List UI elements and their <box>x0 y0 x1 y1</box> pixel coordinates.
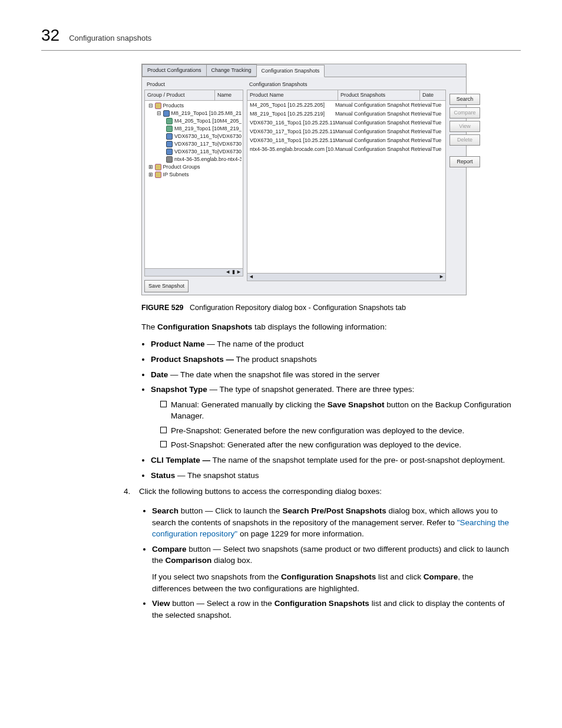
tree-item[interactable]: VDX6730_116_To|VDX6730_116_ <box>166 133 242 139</box>
list-item: Compare button — Select two snapshots (s… <box>152 543 513 594</box>
section-title: Configuration snapshots <box>69 33 151 44</box>
tree-item[interactable]: M8_219_Topo1 [10M8_219_Topo1 <box>166 126 242 131</box>
tree-item[interactable]: VDX6730_118_To|VDX6730_118_ <box>166 149 242 154</box>
snapshot-type-list: Manual: Generated manually by clicking t… <box>151 399 513 451</box>
tree-ip-subnets[interactable]: ⊞ IP Subnets <box>148 172 189 177</box>
list-item: Date — The date when the snapshot file w… <box>151 369 513 381</box>
tree-product-groups[interactable]: ⊞ Product Groups <box>148 164 200 170</box>
field-list: Product Name — The name of the product P… <box>141 338 513 481</box>
figure-caption-text: Configuration Repository dialog box - Co… <box>190 304 406 312</box>
col-product-snapshots[interactable]: Product Snapshots <box>338 90 420 100</box>
intro-paragraph: The Configuration Snapshots tab displays… <box>141 321 513 333</box>
page-header: 32 Configuration snapshots <box>41 24 521 51</box>
tree-host[interactable]: ⊟ M8_219_Topo1 [10.25.M8_219_Topo1 <box>157 110 242 116</box>
device-icon <box>166 149 173 155</box>
right-column-header: Product Name Product Snapshots Date <box>247 90 446 101</box>
tab-configuration-snapshots[interactable]: Configuration Snapshots <box>256 65 325 77</box>
left-scrollbar[interactable]: ◄ ▮ ► <box>144 269 243 276</box>
table-row[interactable]: ntx4-36-35.englab.brocade.com [10.24.36.… <box>247 145 445 154</box>
page-number: 32 <box>41 24 59 48</box>
list-item: Snapshot Type — The type of snapshot gen… <box>151 384 513 451</box>
folder-icon <box>155 172 161 178</box>
folder-icon <box>155 164 161 170</box>
product-tree[interactable]: ⊟ Products ⊟ M8_219_Topo1 [10.25.M8_219_… <box>144 101 243 269</box>
figure-caption: FIGURE 529 Configuration Repository dial… <box>141 302 521 313</box>
col-group-product[interactable]: Group / Product <box>145 90 215 100</box>
view-button[interactable]: View <box>449 121 480 132</box>
col-date[interactable]: Date <box>420 90 445 100</box>
server-icon <box>166 156 173 163</box>
list-item: CLI Template — The name of the snapshot … <box>151 454 513 466</box>
list-item: Search button — Click to launch the Sear… <box>152 505 513 540</box>
list-item: Manual: Generated manually by clicking t… <box>160 399 513 422</box>
list-item: Post-Snapshot: Generated after the new c… <box>160 439 513 451</box>
col-product-name[interactable]: Product Name <box>247 90 338 100</box>
save-snapshot-button[interactable]: Save Snapshot <box>144 280 189 292</box>
tree-item[interactable]: M4_205_Topo1 [10M4_205_Topo1 <box>166 118 242 124</box>
button-column: Search Compare View Delete Report <box>446 80 482 292</box>
tab-change-tracking[interactable]: Change Tracking <box>206 64 257 77</box>
table-row[interactable]: VDX6730_118_Topo1 [10.25.225.118]Manual … <box>247 136 445 145</box>
device-icon <box>166 118 173 124</box>
tab-product-configurations[interactable]: Product Configurations <box>142 64 207 77</box>
compare-button[interactable]: Compare <box>449 107 480 118</box>
screenshot-dialog: Product Configurations Change Tracking C… <box>141 64 467 295</box>
step-number: 4. <box>124 486 139 625</box>
device-icon <box>166 126 173 132</box>
right-scrollbar[interactable]: ◄► <box>247 274 446 281</box>
step-intro: Click the following buttons to access th… <box>139 486 513 498</box>
tree-item[interactable]: ntx4-36-35.englab.bro·ntx4-36-35.eng <box>166 156 242 162</box>
left-pane: Product Group / Product Name ⊟ Products … <box>144 80 243 292</box>
host-icon <box>163 110 170 117</box>
body-text: The Configuration Snapshots tab displays… <box>141 321 513 481</box>
col-name[interactable]: Name <box>215 90 243 100</box>
delete-button[interactable]: Delete <box>449 134 480 146</box>
search-button[interactable]: Search <box>449 94 480 105</box>
table-row[interactable]: VDX6730_116_Topo1 [10.25.225.116]Manual … <box>247 118 445 127</box>
right-pane: Configuration Snapshots Product Name Pro… <box>247 80 446 292</box>
figure-label: FIGURE 529 <box>141 304 184 312</box>
figure-block: Product Configurations Change Tracking C… <box>141 64 521 313</box>
left-pane-title: Product <box>144 80 243 90</box>
tree-root[interactable]: ⊟ Products <box>148 103 184 108</box>
left-column-header: Group / Product Name <box>144 90 243 101</box>
button-list: Search button — Click to launch the Sear… <box>139 505 513 621</box>
right-pane-title: Configuration Snapshots <box>247 80 446 90</box>
list-item: Pre-Snapshot: Generated before the new c… <box>160 425 513 437</box>
list-item: View button — Select a row in the Config… <box>152 598 513 621</box>
step-4: 4. Click the following buttons to access… <box>124 486 513 625</box>
tree-item[interactable]: VDX6730_117_To|VDX6730_117_ <box>166 141 242 147</box>
list-item: Product Name — The name of the product <box>151 338 513 350</box>
folder-icon <box>155 103 161 109</box>
list-item: Product Snapshots — The product snapshot… <box>151 354 513 365</box>
report-button[interactable]: Report <box>449 156 480 167</box>
device-icon <box>166 141 173 147</box>
table-row[interactable]: VDX6730_117_Topo1 [10.25.225.117]Manual … <box>247 127 445 136</box>
tab-bar: Product Configurations Change Tracking C… <box>142 64 466 77</box>
device-icon <box>166 133 173 140</box>
table-row[interactable]: M4_205_Topo1 [10.25.225.205]Manual Confi… <box>247 101 445 110</box>
snapshots-grid[interactable]: M4_205_Topo1 [10.25.225.205]Manual Confi… <box>247 101 446 274</box>
list-item: Status — The snapshot status <box>151 470 513 482</box>
table-row[interactable]: M8_219_Topo1 [10.25.225.219]Manual Confi… <box>247 110 445 118</box>
